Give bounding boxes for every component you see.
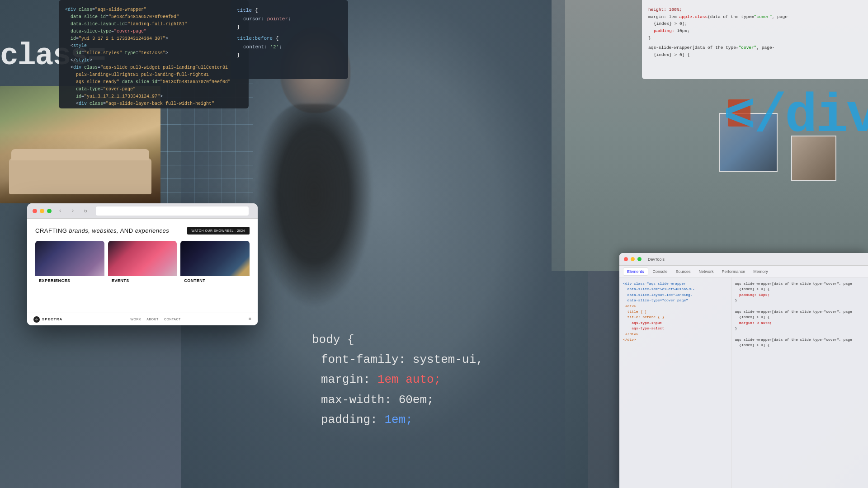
- devtools-right-panel: aqs-slide-wrapper[data of the slide-type…: [731, 277, 868, 488]
- dt-line: aqs-type-select: [623, 326, 727, 331]
- devtools-close[interactable]: [624, 257, 628, 261]
- code-line: id="yui_3_17_2_1_1733343124_97">: [65, 93, 242, 100]
- site-card-events[interactable]: EVENTS: [108, 241, 177, 293]
- footer-nav-contact[interactable]: CONTACT: [164, 318, 181, 321]
- code-line: content: '2';: [237, 43, 342, 52]
- dt-line: title { }: [623, 309, 727, 314]
- code-line: <div class="aqs-slide pul3-widget pul3-l…: [65, 64, 242, 71]
- browser-content: CRAFTING brands, websites, AND experienc…: [27, 219, 258, 325]
- code-line: data-slice-type="cover-page": [65, 28, 242, 35]
- browser-footer: ⊙ SPECTRA WORK ABOUT CONTACT ≡: [27, 313, 258, 325]
- dt-line: }: [735, 298, 865, 303]
- code-line: }: [237, 51, 342, 60]
- code-line: font-family: system-ui,: [312, 350, 493, 370]
- dt-line: </div>: [623, 332, 727, 337]
- card-label-experiences: EXPERIENCES: [35, 276, 104, 285]
- dt-line: {index} > 0] {: [735, 314, 865, 320]
- card-image-experiences: [35, 241, 104, 276]
- dt-line: [735, 332, 865, 337]
- browser-refresh-button[interactable]: ↻: [81, 207, 90, 215]
- code-line: data-slice-layout-id="landing-full-right…: [65, 21, 242, 28]
- tab-console[interactable]: Console: [649, 268, 671, 275]
- code-line: aqs-slide-wrapper[data of the type="cove…: [648, 44, 862, 52]
- browser-maximize-button[interactable]: [47, 209, 52, 213]
- browser-minimize-button[interactable]: [40, 209, 44, 213]
- tab-elements[interactable]: Elements: [623, 267, 648, 276]
- code-line: }: [648, 35, 862, 42]
- site-card-content[interactable]: CONTENT: [180, 241, 250, 293]
- code-line: title:before {: [237, 34, 342, 43]
- code-line: <style: [65, 42, 242, 50]
- code-line: <div class="aqs-slide-layer-back full-wi…: [65, 100, 242, 108]
- code-line: </style>: [65, 57, 242, 64]
- dt-line: <div class="aqs-slide-wrapper: [623, 281, 727, 286]
- dt-line: aqs-type-input: [623, 320, 727, 326]
- dt-line: padding: 10px;: [735, 292, 865, 298]
- site-card-experiences[interactable]: EXPERIENCES: [35, 241, 104, 293]
- code-line: {index} > 0);: [648, 20, 862, 28]
- devtools-panel: DevTools Elements Console Sources Networ…: [619, 253, 868, 488]
- code-line: margin: 1em auto;: [312, 370, 493, 389]
- tab-network[interactable]: Network: [695, 268, 717, 275]
- code-line-selector: body {: [312, 330, 493, 350]
- footer-nav-about[interactable]: ABOUT: [146, 318, 159, 321]
- devtools-title: DevTools: [648, 257, 665, 262]
- code-line: padding: 10px;: [648, 28, 862, 35]
- code-line: cursor: pointer;: [237, 15, 342, 23]
- code-line: id="slide-styles" type="text/css">: [65, 50, 242, 57]
- footer-logo-text: SPECTRA: [42, 317, 62, 321]
- code-line: {index} > 0] {: [648, 52, 862, 59]
- browser-close-button[interactable]: [33, 209, 37, 213]
- showreel-button[interactable]: WATCH OUR SHOWREEL - 2024: [187, 227, 250, 235]
- dt-line: margin: 0 auto;: [735, 320, 865, 326]
- code-bottom-css: body { font-family: system-ui, margin: 1…: [312, 330, 493, 488]
- footer-nav-work[interactable]: WORK: [131, 318, 142, 321]
- site-headline: CRAFTING brands, websites, AND experienc…: [35, 227, 250, 235]
- code-line: data-slice-id="5e13cf5481a657070f9eef0d": [65, 14, 242, 21]
- devtools-body: <div class="aqs-slide-wrapper data-slice…: [619, 277, 868, 488]
- dt-line: data-slice-id="5e13cf5481a6570-: [623, 286, 727, 292]
- dt-line: </div>: [623, 337, 727, 343]
- devtools-tabs: Elements Console Sources Network Perform…: [619, 266, 868, 277]
- code-line: title {: [237, 6, 342, 15]
- devtools-maximize[interactable]: [637, 257, 642, 261]
- dt-line: data-slice-layout-id="landing-: [623, 292, 727, 298]
- code-line: height: 100%;: [648, 6, 862, 14]
- dt-line: aqs-slide-wrapper[data of the slide-type…: [735, 281, 865, 286]
- code-panel-topcenter: title { cursor: pointer; } title:before …: [231, 0, 348, 79]
- devtools-minimize[interactable]: [631, 257, 635, 261]
- footer-menu-icon[interactable]: ≡: [249, 317, 251, 322]
- code-line: id="yui_3_17_2_1_1733343124364_307">: [65, 35, 242, 42]
- sofa: [9, 158, 151, 194]
- footer-nav: WORK ABOUT CONTACT: [131, 318, 181, 321]
- code-line: padding: 1em;: [312, 410, 493, 430]
- code-panel-topright: height: 100%; margin: 1em apple.class(da…: [642, 0, 868, 79]
- site-headline-text: CRAFTING brands, websites, AND experienc…: [35, 227, 169, 234]
- tab-performance[interactable]: Performance: [718, 268, 749, 275]
- dt-line: [735, 304, 865, 309]
- footer-logo: ⊙ SPECTRA: [33, 316, 62, 323]
- browser-forward-button[interactable]: ›: [69, 207, 77, 215]
- tab-memory[interactable]: Memory: [750, 268, 772, 275]
- devtools-left-panel: <div class="aqs-slide-wrapper data-slice…: [619, 277, 731, 488]
- card-label-content: CONTENT: [180, 276, 250, 285]
- card-image-events: [108, 241, 177, 276]
- site-cards: EXPERIENCES EVENTS CONTENT: [35, 241, 250, 293]
- code-panel-topleft: <div class="aqs-slide-wrapper" data-slic…: [59, 0, 249, 108]
- footer-logo-icon: ⊙: [33, 316, 40, 323]
- dt-line: {index} > 0] {: [735, 343, 865, 348]
- browser-mockup: ‹ › ↻ CRAFTING brands, websites, AND exp…: [27, 203, 258, 325]
- card-label-events: EVENTS: [108, 276, 177, 285]
- dt-line: aqs-slide-wrapper[data of the slide-type…: [735, 337, 865, 343]
- code-line: <div class="aqs-slide-wrapper": [65, 6, 242, 14]
- code-line: id="yui_3_17_2_1_1733343124_208">: [65, 108, 242, 108]
- code-line: max-width: 60em;: [312, 390, 493, 410]
- code-line: pul3-landingFullright81 pul3-landing-ful…: [65, 71, 242, 79]
- code-line: margin: 1em apple.class(data of the type…: [648, 14, 862, 21]
- tab-sources[interactable]: Sources: [672, 268, 694, 275]
- dt-line: }: [735, 326, 865, 331]
- browser-back-button[interactable]: ‹: [56, 207, 64, 215]
- devtools-titlebar: DevTools: [619, 253, 868, 266]
- card-image-content: [180, 241, 250, 276]
- browser-url-bar[interactable]: [96, 206, 249, 216]
